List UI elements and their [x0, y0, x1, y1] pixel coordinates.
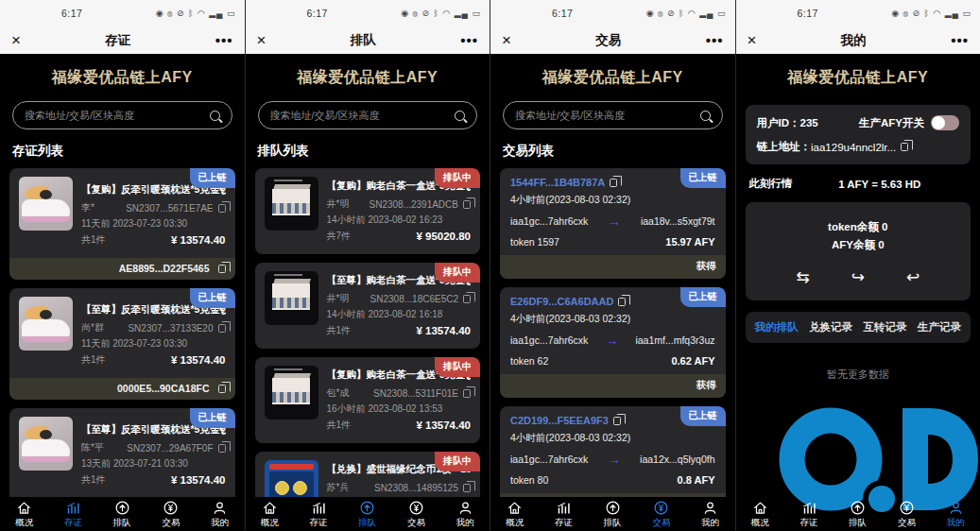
tx-hash-link[interactable]: 1544FF...1B4B787A [510, 177, 605, 188]
status-badge: 排队中 [435, 452, 480, 471]
nav-bar: × 排队 ••• [246, 26, 490, 54]
more-icon[interactable]: ••• [706, 32, 724, 48]
product-image [19, 177, 73, 231]
tab-label: 排队 [604, 517, 622, 529]
copy-icon[interactable] [613, 417, 621, 425]
four-screen-collage: 6:17 ◉ Ⓝ ⊘ ᛒ ◠ ▂▄ ▭ × 存证 ••• 福缘爱优品链上AFY … [0, 0, 980, 531]
amount: ¥ 13574.40 [416, 325, 471, 336]
receive-icon[interactable]: ↩ [906, 267, 920, 287]
copy-icon[interactable] [218, 324, 226, 333]
item-count: 共1件 [81, 473, 106, 487]
tab-label: 我的 [211, 517, 229, 529]
search-bar[interactable] [258, 101, 478, 129]
cert-card[interactable]: 已上链 【至尊】反牵引暖颈枕送*5克金钞1张 尚*群SN2307...37133… [9, 288, 235, 400]
queue-card[interactable]: 排队中 【复购】购老白茶一盒送*5克金钞 包*成SN2308...5311F01… [255, 357, 481, 443]
person-icon [212, 500, 228, 516]
status-badge: 排队中 [435, 357, 480, 377]
afy-production-toggle[interactable] [931, 115, 959, 130]
close-icon[interactable]: × [748, 32, 757, 48]
tab-cert[interactable]: 存证 [294, 497, 343, 531]
close-icon[interactable]: × [502, 32, 511, 48]
more-icon[interactable]: ••• [951, 32, 969, 48]
queue-card[interactable]: 排队中 【复购】购老白茶一盒送*5克金钞 井*明SN2308...2391ADC… [255, 168, 481, 254]
amount: ¥ 95020.80 [416, 231, 471, 242]
tab-cert[interactable]: 存证 [784, 497, 834, 531]
tx-time: 4小时前(2023-08-03 02:32) [510, 432, 715, 445]
tab-bar: 概况 存证 排队 交易 我的 [246, 497, 490, 531]
tab-overview[interactable]: 概况 [0, 497, 49, 531]
token-amount: token 1597 [510, 236, 559, 248]
tx-hash-link[interactable]: E26DF9...C6A6DAAD [510, 296, 613, 307]
close-icon[interactable]: × [11, 32, 21, 48]
search-icon[interactable] [700, 111, 711, 121]
search-input[interactable] [515, 110, 693, 121]
section-title: 交易列表 [490, 141, 735, 168]
tx-hash-link[interactable]: C2D199...F5EEA9F3 [510, 415, 609, 426]
search-icon[interactable] [210, 111, 220, 121]
buyer-name: 陈*平 [81, 441, 104, 454]
tab-mine[interactable]: 我的 [196, 497, 245, 531]
trade-card[interactable]: 已上链 1544FF...1B4B787A 4小时前(2023-08-03 02… [500, 168, 726, 279]
search-input[interactable] [25, 110, 202, 121]
copy-icon[interactable] [463, 389, 471, 398]
tab-trade[interactable]: 交易 [392, 497, 441, 531]
toggle-knob [932, 116, 945, 129]
nav-bar: × 存证 ••• [0, 26, 245, 54]
tab-label: 概况 [751, 517, 769, 529]
more-icon[interactable]: ••• [460, 32, 478, 48]
tab-mine[interactable]: 我的 [440, 497, 490, 531]
tab-cert[interactable]: 存证 [49, 497, 98, 531]
tab-queue[interactable]: 排队 [343, 497, 392, 531]
tab-queue[interactable]: 排队 [588, 497, 637, 531]
search-input[interactable] [270, 110, 448, 121]
tab-queue[interactable]: 排队 [97, 497, 146, 531]
trade-card[interactable]: 已上链 E26DF9...C6A6DAAD 4小时前(2023-08-03 02… [500, 287, 726, 398]
copy-icon[interactable] [463, 200, 471, 209]
swap-icon[interactable]: ⇆ [796, 267, 809, 287]
tab-trade[interactable]: 交易 [637, 497, 686, 531]
copy-icon[interactable] [463, 484, 471, 492]
tab-transfer-records[interactable]: 互转记录 [864, 320, 907, 334]
copy-icon[interactable] [618, 298, 626, 306]
tab-overview[interactable]: 概况 [246, 497, 295, 531]
copy-icon[interactable] [610, 179, 617, 187]
send-icon[interactable]: ↪ [851, 267, 865, 287]
status-badge: 排队中 [435, 168, 480, 188]
section-title: 存证列表 [0, 141, 245, 168]
copy-icon[interactable] [218, 385, 226, 393]
sn-number: SN2308...2391ADCB [369, 199, 458, 210]
tab-trade[interactable]: 交易 [146, 497, 196, 531]
tab-cert[interactable]: 存证 [540, 497, 589, 531]
tab-trade[interactable]: 交易 [883, 497, 932, 531]
close-icon[interactable]: × [257, 32, 266, 48]
copy-icon[interactable] [901, 143, 908, 151]
copy-icon[interactable] [218, 204, 226, 213]
record-tabs: 我的排队 兑换记录 互转记录 生产记录 [746, 312, 971, 343]
token-balance: token余额 0 [757, 220, 960, 234]
item-count: 共1件 [327, 324, 352, 337]
buyer-name: 尚*群 [81, 321, 104, 334]
yen-circle-icon [653, 500, 669, 516]
tab-exchange-records[interactable]: 兑换记录 [809, 320, 852, 334]
tx-type: 获得 [696, 260, 716, 273]
tab-mine[interactable]: 我的 [686, 497, 735, 531]
tab-queue[interactable]: 排队 [834, 497, 883, 531]
search-bar[interactable] [12, 101, 232, 129]
tab-my-queue[interactable]: 我的排队 [755, 320, 799, 334]
tab-production-records[interactable]: 生产记录 [918, 320, 961, 334]
more-icon[interactable]: ••• [215, 32, 233, 48]
search-icon[interactable] [455, 111, 465, 121]
copy-icon[interactable] [463, 295, 471, 303]
tab-overview[interactable]: 概况 [490, 497, 540, 531]
copy-icon[interactable] [218, 265, 226, 273]
tab-mine[interactable]: 我的 [931, 497, 980, 531]
tab-overview[interactable]: 概况 [736, 497, 785, 531]
tab-label: 存证 [64, 517, 82, 529]
cert-card[interactable]: 已上链 【复购】反牵引暖颈枕送*5克金钞1张 李*SN2307...5671E7… [9, 168, 235, 280]
search-bar[interactable] [503, 101, 723, 129]
person-icon [702, 500, 718, 516]
person-icon [948, 500, 964, 516]
queue-card[interactable]: 排队中 【至尊】购老白茶一盒送*5克金钞 井*明SN2308...18C6E5C… [255, 263, 481, 349]
copy-icon[interactable] [218, 444, 226, 453]
user-id-value: 235 [800, 117, 818, 128]
